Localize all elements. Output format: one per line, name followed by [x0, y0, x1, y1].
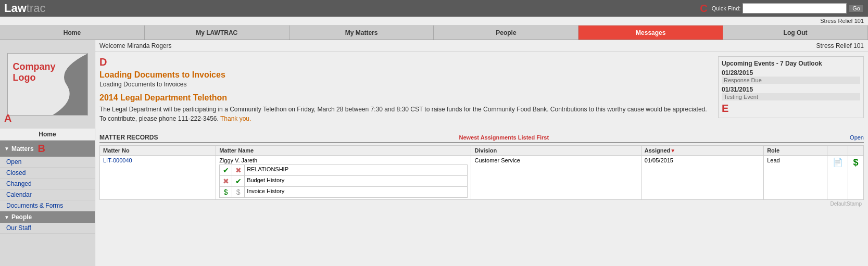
sidebar-item-calendar[interactable]: Calendar [0, 189, 95, 200]
nav-my-lawtrac[interactable]: My LAWTRAC [145, 26, 290, 40]
nav-my-matters[interactable]: My Matters [290, 26, 434, 40]
sort-arrow-icon: ▼ [670, 148, 675, 154]
sub-no-2: ✔ [232, 176, 245, 187]
matter-records-header: MATTER RECORDS Newest Assignments Listed… [99, 134, 864, 143]
no-icon-1: ✖ [235, 166, 242, 174]
sub-label-2: Budget History [245, 176, 468, 187]
sub-row-1: ✔ ✖ RELATIONSHIP [220, 165, 468, 176]
sidebar-item-changed[interactable]: Changed [0, 179, 95, 189]
stress-relief-content: Stress Relief 101 [816, 42, 864, 49]
people-label: People [11, 213, 32, 221]
open-link[interactable]: Open [850, 134, 864, 141]
quick-find-input[interactable] [743, 3, 847, 14]
sidebar-matters-header[interactable]: ▼ Matters B [0, 141, 95, 157]
sub-label-3: Invoice History [245, 187, 468, 198]
event-name-1: Response Due [722, 77, 860, 84]
col-dollar [848, 146, 864, 156]
sub-yes-3: $ [220, 187, 232, 198]
nav-logout[interactable]: Log Out [723, 26, 868, 40]
dollar-icon-green: $ [224, 188, 228, 196]
company-logo-text: CompanyLogo [13, 61, 56, 83]
matter-link[interactable]: LIT-000040 [103, 157, 132, 163]
col-actions [827, 146, 848, 156]
right-panel: Upcoming Events - 7 Day Outlook 01/28/20… [718, 56, 864, 125]
annotation-e: E [722, 103, 860, 115]
sub-label-1: RELATIONSHIP [245, 165, 468, 176]
quick-find-label: Quick Find: [712, 5, 741, 11]
annotation-c: C [700, 3, 707, 15]
sub-no-3: $ [232, 187, 245, 198]
newest-label: Newest Assignments Listed First [158, 134, 850, 141]
default-stamp: DefaultStamp [99, 201, 864, 207]
nav-bar: Home My LAWTRAC My Matters People Messag… [0, 26, 868, 40]
sub-row-2: ✖ ✔ Budget History [220, 176, 468, 187]
welcome-bar: Welcome Miranda Rogers Stress Relief 101 [95, 40, 868, 52]
cell-matter-no: LIT-000040 [100, 156, 216, 200]
cell-doc-icon[interactable]: 📄 [827, 156, 848, 200]
welcome-text: Welcome Miranda Rogers [99, 42, 172, 49]
yes-icon-2: ✔ [235, 177, 242, 185]
article2-title[interactable]: 2014 Legal Department Telethon [99, 93, 714, 103]
logo-trac: trac [27, 2, 46, 15]
annotation-a: A [4, 112, 11, 124]
logo-law: Law [4, 2, 27, 15]
no-icon-2: ✖ [223, 177, 229, 185]
matters-arrow-icon: ▼ [4, 146, 9, 151]
article2-thanks: Thank you. [220, 115, 251, 122]
article1-title[interactable]: Loading Documents to Invoices [99, 70, 714, 80]
content-area: Welcome Miranda Rogers Stress Relief 101… [95, 40, 868, 266]
cell-role: Lead [764, 156, 827, 200]
col-division: Division [471, 146, 641, 156]
matter-records-title: MATTER RECORDS [99, 134, 158, 141]
logo-area: Lawtrac [4, 2, 45, 15]
dollar-icon-gray: $ [236, 188, 241, 196]
yes-icon-1: ✔ [223, 166, 229, 174]
cell-matter-name: Ziggy V. Jareth ✔ ✖ RELATIONSHIP ✖ [216, 156, 471, 200]
col-matter-no: Matter No [100, 146, 216, 156]
event-date-2: 01/31/2015 [722, 86, 860, 93]
quick-find-area: C Quick Find: Go [700, 3, 864, 15]
article2-body: The Legal Department will be participati… [99, 105, 714, 123]
sidebar-item-open[interactable]: Open [0, 157, 95, 168]
nav-home[interactable]: Home [0, 26, 145, 40]
event-date-1: 01/28/2015 [722, 69, 860, 77]
col-role: Role [764, 146, 827, 156]
document-icon[interactable]: 📄 [833, 158, 843, 167]
sub-no-1: ✖ [232, 165, 245, 176]
matters-label: Matters [11, 145, 34, 153]
col-matter-name: Matter Name [216, 146, 471, 156]
table-row: LIT-000040 Ziggy V. Jareth ✔ ✖ RELATIONS… [100, 156, 864, 200]
matter-table: Matter No Matter Name Division Assigned▼… [99, 145, 864, 200]
matter-records-section: MATTER RECORDS Newest Assignments Listed… [99, 134, 864, 207]
nav-messages[interactable]: Messages [578, 26, 723, 40]
sidebar-item-ourstaff[interactable]: Our Staff [0, 223, 95, 234]
main-content: D Loading Documents to Invoices Loading … [99, 56, 714, 125]
sub-row-3: $ $ Invoice History [220, 187, 468, 198]
company-logo-area: CompanyLogo A [0, 40, 95, 129]
annotation-d: D [99, 56, 714, 68]
dollar-green-icon[interactable]: $ [853, 157, 858, 168]
sidebar-item-closed[interactable]: Closed [0, 168, 95, 179]
article1-subtitle[interactable]: Loading Documents to Invoices [99, 81, 714, 88]
events-title: Upcoming Events - 7 Day Outlook [722, 60, 860, 67]
sidebar-people-header[interactable]: ▼ People [0, 211, 95, 223]
sidebar-home[interactable]: Home [0, 129, 95, 141]
sidebar: CompanyLogo A Home ▼ Matters B Open Clos… [0, 40, 95, 266]
sub-yes-1: ✔ [220, 165, 232, 176]
company-logo-box: CompanyLogo [7, 53, 88, 116]
app-logo: Lawtrac [4, 2, 45, 15]
sub-table: ✔ ✖ RELATIONSHIP ✖ ✔ Budget History [219, 164, 468, 198]
annotation-b: B [38, 143, 45, 155]
sidebar-item-documents[interactable]: Documents & Forms [0, 200, 95, 211]
sub-yes-2: ✖ [220, 176, 232, 187]
nav-people[interactable]: People [434, 26, 578, 40]
go-button[interactable]: Go [849, 4, 864, 12]
stress-relief-header: Stress Relief 101 [820, 18, 864, 24]
cell-assigned: 01/05/2015 [641, 156, 763, 200]
people-arrow-icon: ▼ [4, 214, 9, 220]
event-name-2: Testing Event [722, 93, 860, 100]
events-box: Upcoming Events - 7 Day Outlook 01/28/20… [718, 56, 864, 118]
cell-dollar-icon[interactable]: $ [848, 156, 864, 200]
cell-division: Customer Service [471, 156, 641, 200]
col-assigned: Assigned▼ [641, 146, 763, 156]
